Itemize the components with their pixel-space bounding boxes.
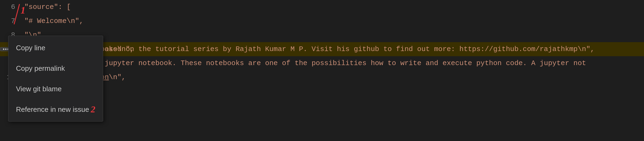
line-number-7: 7 — [0, 14, 22, 28]
line-number-6: 6 — [0, 0, 22, 14]
code-line-7: 7 "# Welcome\n", — [0, 14, 644, 28]
menu-item-copy-line[interactable]: Copy line — [8, 38, 103, 58]
code-line-6: 6 "source": [ — [0, 0, 644, 14]
line-content-7: "# Welcome\n", — [22, 14, 83, 28]
menu-item-reference-in-new-issue[interactable]: Reference in new issue 2 — [8, 99, 103, 120]
menu-item-view-git-blame[interactable]: View git blame — [8, 79, 103, 99]
code-area: 1 6 "source": [ 7 "# Welcome\n", 8 "\n",… — [0, 0, 644, 141]
line-content-6: "source": [ — [22, 0, 71, 14]
annotation-2-label: 2 — [91, 102, 95, 116]
context-menu: Copy line Copy permalink View git blame … — [8, 36, 103, 122]
menu-item-copy-permalink[interactable]: Copy permalink — [8, 58, 103, 79]
line-content-partial-2: ently looking at a jupyter notebook. The… — [22, 56, 586, 70]
